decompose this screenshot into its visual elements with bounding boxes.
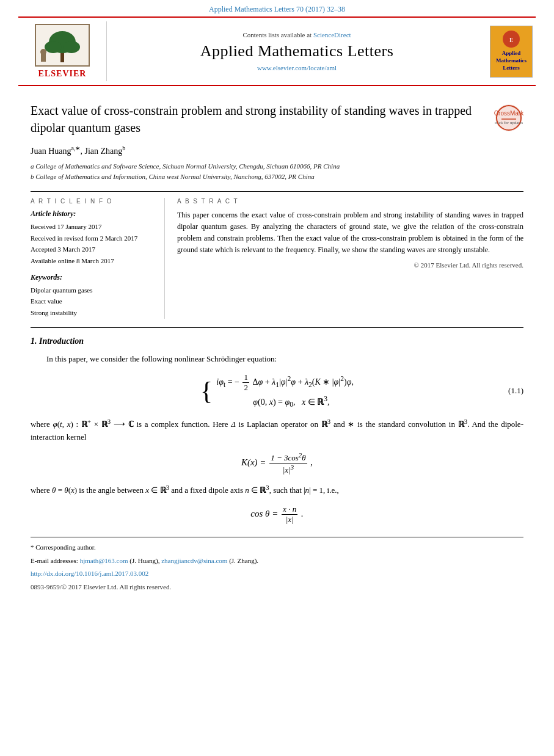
email-line: E-mail addresses: hjmath@163.com (J. Hua… — [31, 556, 523, 567]
affiliation-b: b College of Mathematics and Information… — [31, 172, 523, 183]
authors-line: Juan Huanga,∗, Jian Zhangb — [31, 145, 523, 156]
keyword-1: Dipolar quantum gases — [31, 285, 155, 296]
doi-link[interactable]: http://dx.doi.org/10.1016/j.aml.2017.03.… — [31, 570, 148, 577]
paper-title-block: Exact value of cross-constrain problem a… — [31, 102, 523, 136]
svg-point-10 — [495, 104, 522, 131]
svg-text:click for updates: click for updates — [495, 120, 523, 125]
sciencedirect-link[interactable]: ScienceDirect — [313, 31, 351, 38]
after-eq-text1: where φ(t, x) : ℝ+ × ℝ3 ⟶ ℂ is a complex… — [31, 416, 523, 444]
eq-line-1: iφt = − 1 2 Δφ + λ1|φ|2φ + λ2(K ∗ |φ|2)φ… — [216, 373, 354, 393]
abstract-text: This paper concerns the exact value of c… — [177, 209, 523, 256]
footnote-section: * Corresponding author. E-mail addresses… — [31, 537, 523, 591]
keyword-2: Exact value — [31, 296, 155, 307]
journal-title: Applied Mathematics Letters — [200, 42, 394, 60]
elsevier-label: ELSEVIER — [38, 69, 87, 79]
kernel-equation: K(x) = 1 − 3cos2θ |x|3 , — [31, 451, 523, 476]
affiliations: a College of Mathematics and Software Sc… — [31, 161, 523, 183]
received-1: Received 17 January 2017 — [31, 221, 155, 233]
email-2-author: (J. Zhang). — [227, 557, 258, 564]
journal-citation: Applied Mathematics Letters 70 (2017) 32… — [209, 5, 345, 13]
author-a-sup: a,∗ — [71, 145, 81, 151]
equation-system: { iφt = − 1 2 Δφ + λ1|φ|2φ + λ2(K ∗ |φ|2… — [200, 373, 354, 409]
keyword-3: Strong instability — [31, 307, 155, 319]
kernel-eq-content: K(x) = 1 − 3cos2θ |x|3 , — [241, 451, 313, 476]
section-divider — [31, 327, 523, 328]
footer-copyright: 0893-9659/© 2017 Elsevier Ltd. All right… — [31, 583, 523, 591]
cos-theta-equation: cos θ = x · n |x| . — [31, 504, 523, 525]
main-content: Exact value of cross-constrain problem a… — [0, 86, 554, 603]
available-online: Available online 8 March 2017 — [31, 255, 155, 267]
affiliation-a: a College of Mathematics and Software Sc… — [31, 161, 523, 172]
email-1-link[interactable]: hjmath@163.com — [80, 557, 128, 564]
thumb-title: Applied Mathematics Letters — [493, 50, 530, 71]
author-jian-prefix: , Jian Zhang — [80, 147, 122, 156]
abstract-column: A B S T R A C T This paper concerns the … — [165, 198, 523, 319]
two-column-section: A R T I C L E I N F O Article history: R… — [31, 191, 523, 319]
article-history-label: Article history: — [31, 209, 155, 219]
doi-line: http://dx.doi.org/10.1016/j.aml.2017.03.… — [31, 569, 523, 580]
keywords-label: Keywords: — [31, 273, 155, 282]
svg-point-6 — [40, 49, 46, 55]
keywords-text: Dipolar quantum gases Exact value Strong… — [31, 285, 155, 319]
abstract-copyright: © 2017 Elsevier Ltd. All rights reserved… — [177, 261, 523, 269]
after-kernel-text: where θ = θ(x) is the angle between x ∈ … — [31, 482, 523, 497]
email-1-author: (J. Huang), — [128, 557, 162, 564]
received-2: Received in revised form 2 March 2017 — [31, 233, 155, 244]
author-juan: Juan Huang — [31, 147, 71, 156]
paper-title: Exact value of cross-constrain problem a… — [31, 102, 488, 136]
thumb-logo-icon: E — [503, 31, 520, 48]
abstract-label: A B S T R A C T — [177, 198, 523, 205]
svg-point-3 — [45, 41, 62, 53]
equation-number-1-1: (1.1) — [508, 386, 523, 396]
cos-theta-content: cos θ = x · n |x| . — [250, 504, 303, 525]
article-history-text: Received 17 January 2017 Received in rev… — [31, 221, 155, 267]
corresponding-author: * Corresponding author. — [31, 542, 523, 553]
crossmark-icon: CrossMark click for updates — [494, 103, 523, 133]
journal-header: Applied Mathematics Letters 70 (2017) 32… — [0, 0, 554, 16]
svg-text:CrossMark: CrossMark — [494, 110, 523, 117]
svg-text:E: E — [509, 36, 514, 43]
intro-paragraph: In this paper, we consider the following… — [31, 352, 523, 365]
article-info-column: A R T I C L E I N F O Article history: R… — [31, 198, 165, 319]
contents-line: Contents lists available at ScienceDirec… — [242, 31, 351, 38]
svg-point-4 — [63, 41, 80, 53]
author-b-sup: b — [122, 145, 125, 151]
equation-1-1: { iφt = − 1 2 Δφ + λ1|φ|2φ + λ2(K ∗ |φ|2… — [31, 373, 523, 409]
journal-banner: ELSEVIER Contents lists available at Sci… — [18, 16, 536, 86]
banner-center: Contents lists available at ScienceDirec… — [107, 21, 487, 81]
elsevier-logo: ELSEVIER — [18, 21, 107, 81]
journal-thumbnail: E Applied Mathematics Letters — [487, 21, 536, 81]
email-label: E-mail addresses: — [31, 557, 78, 564]
left-brace: { — [200, 378, 213, 404]
email-2-link[interactable]: zhangjiancdv@sina.com — [161, 557, 227, 564]
equation-lines: iφt = − 1 2 Δφ + λ1|φ|2φ + λ2(K ∗ |φ|2)φ… — [216, 373, 354, 409]
eq-line-2: φ(0, x) = φ0, x ∈ ℝ3, — [216, 395, 354, 409]
section-1-heading: 1. Introduction — [31, 336, 523, 346]
accepted: Accepted 3 March 2017 — [31, 244, 155, 255]
article-info-label: A R T I C L E I N F O — [31, 198, 155, 205]
journal-url: www.elsevier.com/locate/aml — [257, 64, 337, 71]
